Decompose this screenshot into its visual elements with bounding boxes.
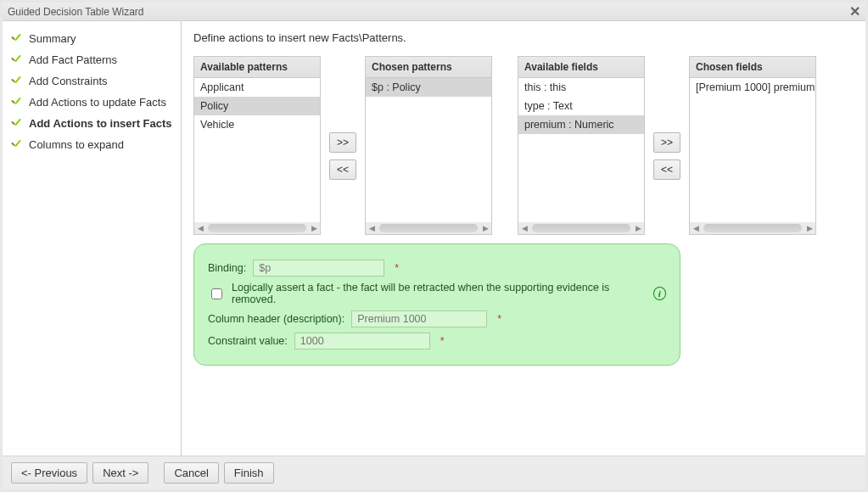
step-label: Add Constraints xyxy=(29,75,108,87)
available-fields-list: Available fields this : this type : Text… xyxy=(518,56,645,235)
available-patterns-list: Available patterns Applicant Policy Vehi… xyxy=(193,56,321,235)
action-properties-panel: Binding: * Logically assert a fact - the… xyxy=(193,243,680,366)
list-item[interactable]: Vehicle xyxy=(194,115,320,134)
scroll-left-icon[interactable]: ◀ xyxy=(194,222,206,234)
list-item[interactable]: $p : Policy xyxy=(366,78,491,97)
scroll-left-icon[interactable]: ◀ xyxy=(366,222,378,234)
step-columns-expand[interactable]: Columns to expand xyxy=(9,134,174,155)
horizontal-scrollbar[interactable]: ◀ ▶ xyxy=(366,222,491,234)
add-field-button[interactable]: >> xyxy=(653,132,680,153)
column-header-label: Column header (description): xyxy=(208,313,344,325)
required-marker: * xyxy=(395,262,399,274)
step-add-actions-update[interactable]: Add Actions to update Facts xyxy=(9,92,174,113)
check-icon xyxy=(11,34,23,44)
remove-pattern-button[interactable]: << xyxy=(329,159,356,180)
check-icon xyxy=(11,140,23,150)
horizontal-scrollbar[interactable]: ◀ ▶ xyxy=(690,222,815,234)
check-icon xyxy=(11,119,23,129)
list-header: Chosen fields xyxy=(689,56,816,78)
list-item[interactable]: type : Text xyxy=(518,97,644,115)
list-header: Available fields xyxy=(518,56,645,78)
cancel-button[interactable]: Cancel xyxy=(164,462,218,484)
add-pattern-button[interactable]: >> xyxy=(329,132,356,153)
step-add-actions-insert[interactable]: Add Actions to insert Facts xyxy=(9,113,174,134)
wizard-steps-sidebar: Summary Add Fact Patterns Add Constraint… xyxy=(3,21,181,456)
constraint-value-input[interactable] xyxy=(294,333,430,349)
column-header-input[interactable] xyxy=(351,310,487,327)
next-button[interactable]: Next -> xyxy=(92,462,148,484)
previous-button[interactable]: <- Previous xyxy=(11,462,87,484)
step-add-fact-patterns[interactable]: Add Fact Patterns xyxy=(9,49,174,70)
list-item[interactable]: Policy xyxy=(194,97,320,115)
wizard-footer: <- Previous Next -> Cancel Finish xyxy=(3,456,865,489)
step-label: Add Fact Patterns xyxy=(29,53,117,66)
step-label: Add Actions to update Facts xyxy=(29,96,166,109)
scroll-track[interactable] xyxy=(703,224,802,232)
pattern-transfer-buttons: >> << xyxy=(329,132,356,180)
list-item[interactable]: this : this xyxy=(518,78,644,97)
step-label: Columns to expand xyxy=(29,138,124,151)
check-icon xyxy=(11,98,23,108)
info-icon[interactable]: i xyxy=(653,287,666,300)
list-item[interactable]: Applicant xyxy=(194,78,320,97)
step-summary[interactable]: Summary xyxy=(9,28,174,49)
scroll-track[interactable] xyxy=(208,224,306,232)
scroll-left-icon[interactable]: ◀ xyxy=(690,222,702,234)
scroll-right-icon[interactable]: ▶ xyxy=(632,222,644,234)
horizontal-scrollbar[interactable]: ◀ ▶ xyxy=(518,222,644,234)
scroll-right-icon[interactable]: ▶ xyxy=(804,222,815,234)
list-header: Chosen patterns xyxy=(365,56,492,78)
finish-button[interactable]: Finish xyxy=(224,462,274,484)
list-item[interactable]: [Premium 1000] premium xyxy=(690,78,815,97)
scroll-track[interactable] xyxy=(532,224,630,232)
step-add-constraints[interactable]: Add Constraints xyxy=(9,70,174,92)
required-marker: * xyxy=(497,313,501,325)
window-title: Guided Decision Table Wizard xyxy=(8,6,144,18)
chosen-fields-list: Chosen fields [Premium 1000] premium ◀ ▶ xyxy=(689,56,816,235)
page-instruction: Define actions to insert new Facts\Patte… xyxy=(193,31,857,44)
list-item[interactable]: premium : Numeric xyxy=(518,115,644,134)
close-icon[interactable]: ✕ xyxy=(849,5,860,19)
logical-assert-label: Logically assert a fact - the fact will … xyxy=(232,282,641,305)
wizard-window: Guided Decision Table Wizard ✕ Summary A… xyxy=(0,0,868,492)
step-label: Summary xyxy=(29,32,76,45)
step-label: Add Actions to insert Facts xyxy=(29,117,172,130)
check-icon xyxy=(11,76,23,87)
scroll-right-icon[interactable]: ▶ xyxy=(479,222,491,234)
title-bar: Guided Decision Table Wizard ✕ xyxy=(3,3,865,21)
list-header: Available patterns xyxy=(193,56,321,78)
required-marker: * xyxy=(440,335,445,347)
horizontal-scrollbar[interactable]: ◀ ▶ xyxy=(194,222,320,234)
binding-input[interactable] xyxy=(253,260,384,277)
scroll-right-icon[interactable]: ▶ xyxy=(308,222,320,234)
logical-assert-checkbox[interactable] xyxy=(211,288,222,299)
scroll-left-icon[interactable]: ◀ xyxy=(518,222,530,234)
wizard-main-panel: Define actions to insert new Facts\Patte… xyxy=(182,21,865,456)
chosen-patterns-list: Chosen patterns $p : Policy ◀ ▶ xyxy=(365,56,492,235)
field-transfer-buttons: >> << xyxy=(653,132,680,180)
scroll-track[interactable] xyxy=(379,224,478,232)
remove-field-button[interactable]: << xyxy=(653,159,680,180)
binding-label: Binding: xyxy=(208,262,246,274)
check-icon xyxy=(11,55,23,65)
constraint-value-label: Constraint value: xyxy=(208,335,288,347)
